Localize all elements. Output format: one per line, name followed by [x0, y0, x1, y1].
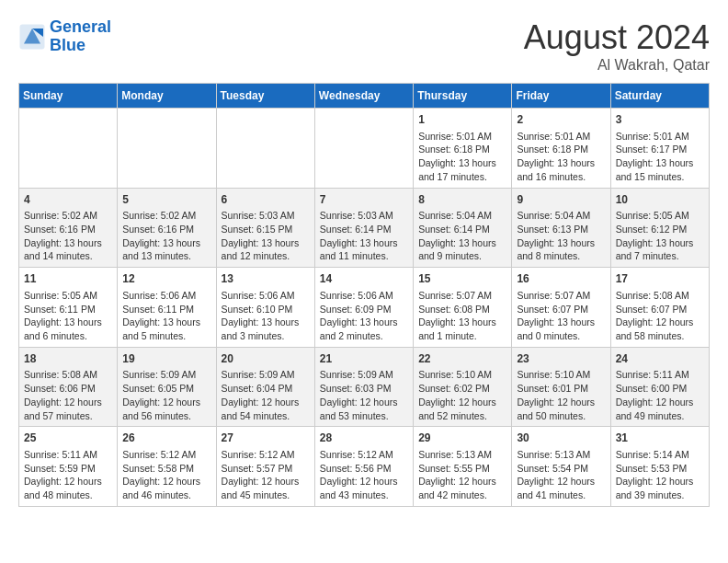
- calendar-cell: 20Sunrise: 5:09 AMSunset: 6:04 PMDayligh…: [216, 347, 314, 427]
- calendar-cell: 11Sunrise: 5:05 AMSunset: 6:11 PMDayligh…: [19, 268, 118, 348]
- day-info: Sunset: 6:10 PM: [222, 303, 310, 316]
- logo-icon: [18, 23, 46, 51]
- day-info: and 45 minutes.: [222, 488, 310, 502]
- day-info: Sunset: 6:12 PM: [616, 223, 704, 236]
- day-info: Sunrise: 5:13 AM: [418, 448, 506, 462]
- day-info: Daylight: 12 hours: [616, 396, 704, 409]
- calendar-cell: [19, 109, 118, 189]
- day-number: 24: [616, 351, 704, 367]
- day-info: Daylight: 12 hours: [122, 475, 210, 488]
- day-info: Daylight: 13 hours: [122, 316, 210, 329]
- day-number: 10: [616, 192, 704, 208]
- day-info: Daylight: 12 hours: [24, 475, 112, 488]
- logo-line2: Blue: [50, 36, 85, 54]
- day-number: 18: [24, 351, 112, 367]
- day-info: and 43 minutes.: [320, 488, 408, 502]
- day-info: Daylight: 12 hours: [222, 396, 310, 409]
- calendar-cell: 29Sunrise: 5:13 AMSunset: 5:55 PMDayligh…: [414, 427, 512, 507]
- day-info: and 14 minutes.: [24, 249, 112, 263]
- day-number: 11: [24, 271, 112, 287]
- day-info: Sunset: 6:16 PM: [24, 223, 112, 236]
- day-info: Sunset: 5:57 PM: [222, 462, 310, 476]
- day-info: Sunrise: 5:05 AM: [616, 209, 704, 223]
- day-info: Daylight: 13 hours: [616, 156, 704, 170]
- calendar-cell: 17Sunrise: 5:08 AMSunset: 6:07 PMDayligh…: [610, 268, 709, 348]
- calendar-cell: 10Sunrise: 5:05 AMSunset: 6:12 PMDayligh…: [610, 188, 709, 268]
- day-number: 13: [222, 271, 310, 287]
- day-info: Daylight: 12 hours: [320, 475, 408, 488]
- day-info: Sunset: 5:58 PM: [122, 462, 210, 476]
- day-number: 30: [517, 431, 605, 446]
- day-info: Sunrise: 5:10 AM: [517, 368, 605, 382]
- weekday-tuesday: Tuesday: [216, 84, 314, 109]
- day-info: Sunrise: 5:12 AM: [222, 448, 310, 462]
- calendar-cell: [314, 109, 413, 189]
- day-number: 19: [122, 351, 210, 367]
- day-info: and 1 minute.: [418, 329, 506, 343]
- day-info: Sunrise: 5:06 AM: [122, 289, 210, 303]
- day-info: Sunset: 6:14 PM: [418, 223, 506, 236]
- day-info: Sunrise: 5:10 AM: [418, 368, 506, 382]
- day-number: 31: [616, 431, 704, 446]
- day-info: Sunrise: 5:11 AM: [616, 368, 704, 382]
- calendar-cell: 6Sunrise: 5:03 AMSunset: 6:15 PMDaylight…: [216, 188, 314, 268]
- day-info: Daylight: 13 hours: [517, 236, 605, 250]
- day-info: and 53 minutes.: [320, 409, 408, 423]
- day-number: 26: [122, 431, 210, 446]
- day-info: Sunset: 6:02 PM: [418, 382, 506, 396]
- day-info: Sunrise: 5:08 AM: [24, 368, 112, 382]
- calendar-cell: 12Sunrise: 5:06 AMSunset: 6:11 PMDayligh…: [118, 268, 216, 348]
- day-info: Daylight: 12 hours: [517, 475, 605, 488]
- day-info: and 8 minutes.: [517, 249, 605, 263]
- day-info: Sunset: 6:16 PM: [122, 223, 210, 236]
- day-info: Daylight: 13 hours: [418, 156, 506, 170]
- logo-text: General Blue: [50, 18, 111, 55]
- day-info: Sunrise: 5:11 AM: [24, 448, 112, 462]
- day-number: 28: [320, 431, 408, 446]
- day-number: 5: [122, 192, 210, 208]
- day-info: Sunset: 6:09 PM: [320, 303, 408, 316]
- calendar-cell: 14Sunrise: 5:06 AMSunset: 6:09 PMDayligh…: [314, 268, 413, 348]
- day-info: Sunrise: 5:06 AM: [222, 289, 310, 303]
- calendar-cell: 21Sunrise: 5:09 AMSunset: 6:03 PMDayligh…: [314, 347, 413, 427]
- weekday-monday: Monday: [118, 84, 216, 109]
- day-number: 14: [320, 271, 408, 287]
- calendar-cell: 15Sunrise: 5:07 AMSunset: 6:08 PMDayligh…: [414, 268, 512, 348]
- day-info: Sunrise: 5:01 AM: [616, 130, 704, 144]
- day-info: and 7 minutes.: [616, 249, 704, 263]
- day-info: Sunrise: 5:09 AM: [222, 368, 310, 382]
- calendar-cell: 13Sunrise: 5:06 AMSunset: 6:10 PMDayligh…: [216, 268, 314, 348]
- day-info: Daylight: 12 hours: [616, 475, 704, 488]
- calendar-cell: 9Sunrise: 5:04 AMSunset: 6:13 PMDaylight…: [512, 188, 610, 268]
- weekday-friday: Friday: [512, 84, 610, 109]
- day-info: and 46 minutes.: [122, 488, 210, 502]
- calendar-cell: [216, 109, 314, 189]
- day-info: Daylight: 13 hours: [418, 316, 506, 329]
- day-info: Daylight: 12 hours: [320, 396, 408, 409]
- day-info: Daylight: 13 hours: [320, 316, 408, 329]
- day-number: 9: [517, 192, 605, 208]
- day-number: 16: [517, 271, 605, 287]
- week-row-1: 1Sunrise: 5:01 AMSunset: 6:18 PMDaylight…: [19, 109, 710, 189]
- day-number: 29: [418, 431, 506, 446]
- day-number: 1: [418, 112, 506, 128]
- day-info: Sunrise: 5:12 AM: [320, 448, 408, 462]
- day-number: 17: [616, 271, 704, 287]
- calendar-cell: 19Sunrise: 5:09 AMSunset: 6:05 PMDayligh…: [118, 347, 216, 427]
- day-number: 3: [616, 112, 704, 128]
- day-number: 8: [418, 192, 506, 208]
- day-info: Daylight: 12 hours: [418, 396, 506, 409]
- day-info: and 6 minutes.: [24, 329, 112, 343]
- location: Al Wakrah, Qatar: [524, 57, 710, 74]
- day-info: Sunset: 5:54 PM: [517, 462, 605, 476]
- calendar-cell: 16Sunrise: 5:07 AMSunset: 6:07 PMDayligh…: [512, 268, 610, 348]
- weekday-saturday: Saturday: [610, 84, 709, 109]
- day-number: 22: [418, 351, 506, 367]
- day-info: and 52 minutes.: [418, 409, 506, 423]
- calendar-cell: 7Sunrise: 5:03 AMSunset: 6:14 PMDaylight…: [314, 188, 413, 268]
- day-info: Sunrise: 5:02 AM: [24, 209, 112, 223]
- day-number: 23: [517, 351, 605, 367]
- calendar-cell: 27Sunrise: 5:12 AMSunset: 5:57 PMDayligh…: [216, 427, 314, 507]
- day-info: Daylight: 12 hours: [418, 475, 506, 488]
- day-number: 15: [418, 271, 506, 287]
